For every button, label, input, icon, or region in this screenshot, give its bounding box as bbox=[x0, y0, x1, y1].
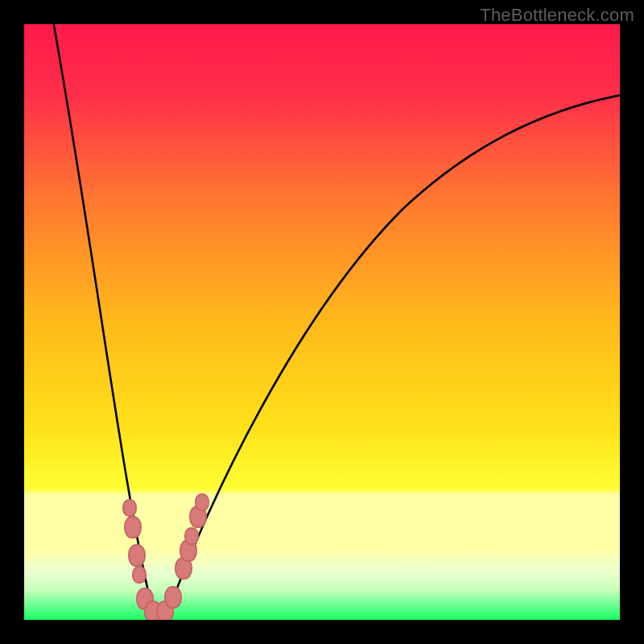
marker bbox=[122, 499, 137, 517]
marker bbox=[132, 566, 147, 584]
plot-area bbox=[24, 24, 620, 620]
marker bbox=[124, 516, 142, 539]
marker bbox=[195, 493, 209, 511]
marker bbox=[128, 544, 146, 567]
marker bbox=[164, 586, 182, 609]
watermark-text: TheBottleneck.com bbox=[480, 5, 634, 26]
bottleneck-curve bbox=[24, 24, 620, 620]
chart-frame: TheBottleneck.com bbox=[0, 0, 644, 644]
marker bbox=[184, 527, 199, 545]
